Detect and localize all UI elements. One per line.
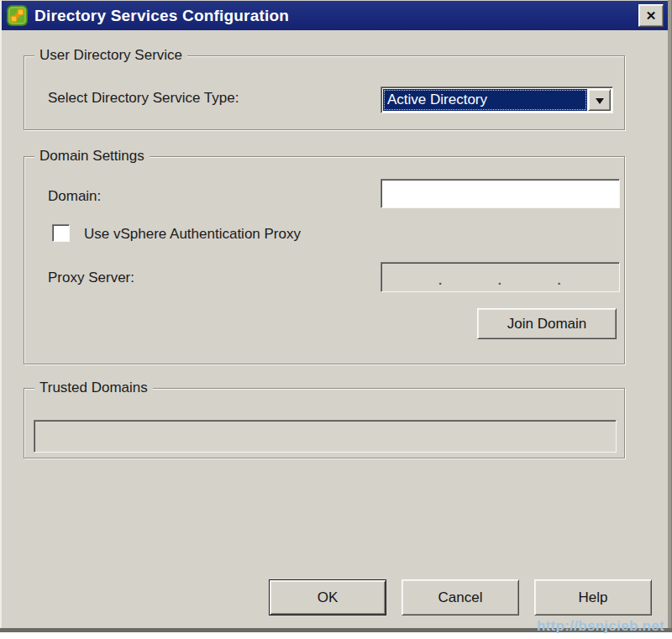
dialog-left-edge: [0, 0, 2, 632]
trusted-domains-group-title: Trusted Domains: [34, 380, 153, 396]
close-icon: ✕: [646, 8, 657, 24]
use-vsphere-authentication-proxy-label: Use vSphere Authentication Proxy: [84, 226, 301, 243]
vsphere-app-icon: [6, 4, 29, 27]
combo-dropdown-button[interactable]: [588, 89, 611, 111]
domain-input[interactable]: [381, 179, 620, 208]
trusted-domains-group: Trusted Domains: [24, 388, 625, 458]
window-title: Directory Services Configuration: [34, 7, 289, 25]
directory-service-type-select[interactable]: Active Directory: [381, 86, 613, 113]
join-domain-button[interactable]: Join Domain: [477, 308, 617, 339]
user-directory-service-group: User Directory Service Select Directory …: [24, 55, 625, 130]
domain-settings-group-title: Domain Settings: [34, 148, 150, 165]
close-button[interactable]: ✕: [638, 4, 664, 27]
ok-button[interactable]: OK: [269, 579, 386, 615]
domain-label: Domain:: [48, 188, 101, 205]
chevron-down-icon: [596, 98, 604, 108]
join-domain-button-label: Join Domain: [507, 316, 587, 333]
directory-services-configuration-dialog: Directory Services Configuration ✕ User …: [0, 0, 672, 632]
ip-octet-separator: .: [438, 273, 442, 287]
cancel-button-label: Cancel: [438, 589, 483, 606]
trusted-domains-list: [34, 420, 617, 453]
ip-octet-separator: .: [557, 273, 560, 287]
help-button-label: Help: [579, 589, 608, 606]
help-button[interactable]: Help: [534, 579, 652, 615]
select-directory-service-type-label: Select Directory Service Type:: [48, 90, 239, 107]
titlebar: Directory Services Configuration: [2, 1, 668, 30]
ok-button-label: OK: [318, 589, 339, 606]
ip-octet-separator: .: [498, 273, 501, 287]
proxy-server-label: Proxy Server:: [48, 270, 134, 286]
dialog-right-edge: [668, 0, 672, 632]
watermark-url: http://bsnjcieb.net: [537, 618, 664, 635]
selected-option: Active Directory: [383, 89, 587, 111]
cancel-button[interactable]: Cancel: [402, 579, 519, 615]
use-vsphere-authentication-proxy-checkbox[interactable]: [52, 224, 70, 242]
user-directory-service-group-title: User Directory Service: [34, 47, 187, 64]
domain-settings-group: Domain Settings Domain: Use vSphere Auth…: [24, 156, 625, 364]
proxy-server-input: . . .: [381, 262, 620, 292]
